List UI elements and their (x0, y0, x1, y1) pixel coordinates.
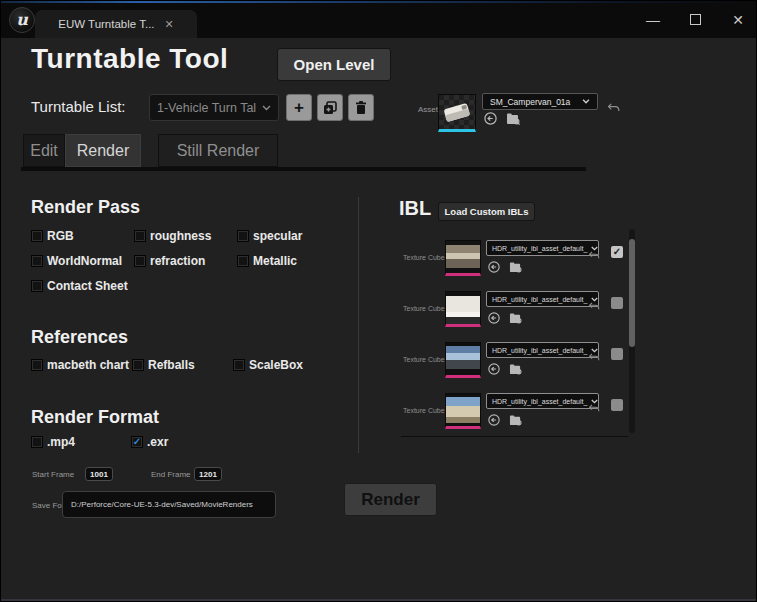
browse-to-asset-icon[interactable] (509, 363, 522, 375)
checkbox-box[interactable] (31, 436, 43, 448)
ibl-scrollbar[interactable] (629, 229, 635, 433)
checkbox-mp4[interactable]: .mp4 (31, 435, 75, 449)
minimize-icon[interactable]: — (645, 13, 661, 27)
checkbox-roughness[interactable]: roughness (134, 229, 211, 243)
browse-to-asset-icon[interactable] (509, 414, 522, 426)
ibl-enabled-checkbox[interactable] (611, 246, 623, 258)
checkbox-label: Metallic (253, 254, 297, 268)
end-frame-input[interactable] (194, 467, 222, 481)
unreal-engine-logo-icon: u (9, 7, 35, 33)
tab-render-label: Render (77, 142, 129, 160)
tab-still-render[interactable]: Still Render (158, 134, 278, 167)
use-selected-asset-icon[interactable] (488, 312, 500, 324)
turntable-list-dropdown[interactable]: 1-Vehicle Turn Tal (149, 94, 279, 121)
checkbox-worldnormal[interactable]: WorldNormal (31, 254, 122, 268)
checkbox-box[interactable] (31, 255, 43, 267)
references-heading: References (31, 327, 128, 348)
start-frame-input[interactable] (85, 467, 113, 481)
checkbox-box[interactable] (131, 436, 143, 448)
chevron-down-icon (591, 297, 598, 302)
save-folder-input[interactable] (62, 491, 276, 518)
texture-cube-label: Texture Cube (403, 305, 445, 312)
editor-tab-title: EUW Turntable T... (58, 18, 154, 30)
ibl-asset-dropdown[interactable]: HDR_utility_ibl_asset_default_ (486, 342, 599, 358)
checkbox-label: specular (253, 229, 302, 243)
tab-close-icon[interactable]: ✕ (165, 18, 174, 31)
duplicate-turntable-button[interactable] (317, 94, 343, 121)
checkbox-refraction[interactable]: refraction (134, 254, 205, 268)
add-turntable-button[interactable]: + (286, 94, 312, 121)
vertical-divider (358, 197, 359, 453)
page-title: Turntable Tool (31, 43, 228, 75)
reset-to-default-icon[interactable] (588, 251, 600, 259)
ibl-enabled-checkbox[interactable] (611, 348, 623, 360)
checkbox-box[interactable] (31, 230, 43, 242)
tab-render[interactable]: Render (65, 134, 141, 167)
reset-to-default-icon[interactable] (588, 404, 600, 412)
ibl-asset-dropdown[interactable]: HDR_utility_ibl_asset_default_ (486, 291, 599, 307)
browse-to-asset-icon[interactable] (509, 312, 522, 324)
checkbox-scalebox[interactable]: ScaleBox (233, 358, 303, 372)
maximize-icon[interactable] (690, 14, 701, 25)
texture-cube-thumbnail[interactable] (445, 342, 481, 378)
checkbox-box[interactable] (134, 230, 146, 242)
checkbox-contact-sheet[interactable]: Contact Sheet (31, 279, 128, 293)
reset-to-default-icon[interactable] (588, 353, 600, 361)
delete-turntable-button[interactable] (348, 94, 374, 121)
open-level-button[interactable]: Open Level (277, 48, 391, 81)
use-selected-asset-icon[interactable] (484, 112, 497, 125)
texture-cube-thumbnail[interactable] (445, 393, 481, 429)
titlebar-accent-line (1, 1, 757, 3)
checkbox-box[interactable] (237, 230, 249, 242)
ibl-asset-dropdown-value: HDR_utility_ibl_asset_default_ (492, 245, 587, 252)
asset-thumbnail[interactable] (438, 94, 476, 132)
load-custom-ibls-button[interactable]: Load Custom IBLs (438, 202, 535, 221)
checkbox-box[interactable] (31, 280, 43, 292)
ibl-heading: IBL (399, 197, 431, 220)
asset-actions (484, 112, 520, 125)
tab-edit-label: Edit (30, 142, 58, 160)
checkbox-box[interactable] (31, 359, 43, 371)
ibl-asset-actions (488, 261, 522, 273)
checkbox-label: RGB (47, 229, 74, 243)
render-format-heading: Render Format (31, 407, 159, 428)
editor-tab-euw-turntable[interactable]: EUW Turntable T... ✕ (35, 10, 197, 38)
checkbox-box[interactable] (132, 359, 144, 371)
turntable-list-label: Turntable List: (31, 98, 126, 115)
end-frame-label: End Frame (151, 470, 191, 479)
ibl-row: Texture Cube HDR_utility_ibl_asset_defau… (399, 238, 629, 282)
checkbox-metallic[interactable]: Metallic (237, 254, 297, 268)
tab-edit[interactable]: Edit (23, 134, 65, 167)
ibl-asset-dropdown-value: HDR_utility_ibl_asset_default_ (492, 398, 587, 405)
checkbox-refballs[interactable]: Refballs (132, 358, 195, 372)
browse-to-asset-icon[interactable] (509, 261, 522, 273)
checkbox-label: WorldNormal (47, 254, 122, 268)
ibl-enabled-checkbox[interactable] (611, 399, 623, 411)
use-selected-asset-icon[interactable] (488, 363, 500, 375)
ibl-enabled-checkbox[interactable] (611, 297, 623, 309)
checkbox-box[interactable] (134, 255, 146, 267)
checkbox-specular[interactable]: specular (237, 229, 302, 243)
browse-to-asset-icon[interactable] (506, 112, 520, 125)
reset-to-default-icon[interactable] (588, 302, 600, 310)
render-button[interactable]: Render (344, 483, 437, 516)
close-icon[interactable]: ✕ (730, 13, 746, 27)
checkbox-box[interactable] (237, 255, 249, 267)
checkbox-macbeth-chart[interactable]: macbeth chart (31, 358, 129, 372)
asset-dropdown[interactable]: SM_Campervan_01a (482, 93, 598, 110)
ibl-asset-dropdown-value: HDR_utility_ibl_asset_default_ (492, 347, 587, 354)
use-selected-asset-icon[interactable] (488, 261, 500, 273)
texture-cube-thumbnail[interactable] (445, 291, 481, 327)
use-selected-asset-icon[interactable] (488, 414, 500, 426)
ibl-asset-dropdown[interactable]: HDR_utility_ibl_asset_default_ (486, 393, 599, 409)
duplicate-icon (323, 101, 337, 115)
chevron-down-icon (591, 348, 598, 353)
ibl-asset-dropdown[interactable]: HDR_utility_ibl_asset_default_ (486, 240, 599, 256)
checkbox-box[interactable] (233, 359, 245, 371)
checkbox-exr[interactable]: .exr (131, 435, 168, 449)
checkbox-rgb[interactable]: RGB (31, 229, 74, 243)
texture-cube-thumbnail[interactable] (445, 240, 481, 276)
ibl-scrollbar-thumb[interactable] (629, 239, 635, 347)
reset-to-default-icon[interactable] (607, 103, 620, 112)
checkbox-label: roughness (150, 229, 211, 243)
